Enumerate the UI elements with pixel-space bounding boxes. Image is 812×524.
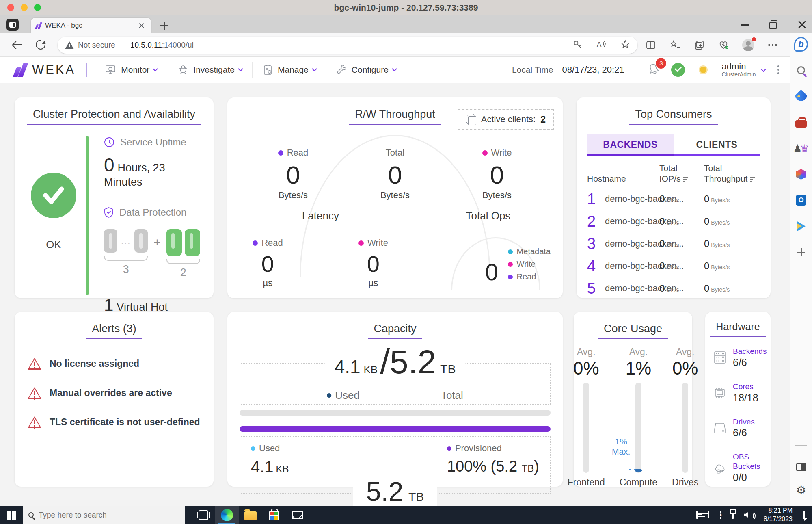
consumer-row[interactable]: 3 demo-bgc-backen... 0OP/s 0Bytes/s [587,233,760,255]
ssd-used-dot-icon [251,446,255,451]
hardware-obs-buckets[interactable]: OBS Buckets 0/0 [705,446,771,490]
security-label[interactable]: Not secure [78,41,115,50]
sidebar-drop-button[interactable] [794,219,808,233]
tab-clients[interactable]: CLIENTS [674,134,760,154]
consumer-row[interactable]: 5 demo-bgc-backen... 0OP/s 0Bytes/s [587,277,760,300]
drives-label: Drives [672,477,698,488]
sidebar-shopping-button[interactable] [794,89,808,103]
profile-avatar[interactable] [741,38,755,52]
compute-avg-value: 1% [626,358,652,379]
nav-item-investigate[interactable]: Investigate [167,62,253,78]
nav-item-manage[interactable]: Manage [253,62,326,78]
sort-icon[interactable] [750,177,755,182]
alert-item[interactable]: Manual overrides are active [27,379,201,408]
sidebar-divider [795,445,807,446]
sort-icon[interactable] [683,177,688,182]
remote-titlebar: bgc-win10-jump - 20.127.59.73:3389 [0,0,812,15]
tab-backends[interactable]: BACKENDS [587,134,674,154]
svg-text:A: A [597,41,602,48]
sidebar-panel-toggle[interactable] [794,460,808,474]
cores-label: Cores [733,382,758,392]
mail-button[interactable] [286,506,309,524]
sidebar-tools-button[interactable] [794,115,808,129]
alert-item[interactable]: TLS certificate is not user-defined [27,408,201,437]
col-total-iops[interactable]: Total IOP/s [659,163,704,184]
nav-item-monitor[interactable]: Monitor [95,62,167,78]
reload-icon[interactable] [34,38,48,52]
weka-brand[interactable]: WEKA [15,63,76,77]
hardware-backends[interactable]: Backends 6/6 [705,340,771,375]
tray-cast-button[interactable] [720,511,721,519]
edge-icon [221,509,233,521]
throughput-card-title: R/W Throughput [349,108,441,125]
total-ops-value: 0 [485,258,498,286]
edge-taskbar-button[interactable] [215,506,239,524]
new-tab-button[interactable] [159,20,170,31]
theme-sun-icon[interactable] [697,64,709,76]
legend-metadata: Metadata [517,247,551,256]
tray-expand-button[interactable] [708,511,709,519]
tray-volume-button[interactable] [744,511,753,519]
hardware-cores[interactable]: Cores 18/18 [705,375,771,411]
read-aloud-icon[interactable]: A [596,39,607,51]
tray-network-button[interactable] [732,511,734,519]
row-iops: 0 [659,238,665,249]
write-dot-icon [508,262,513,267]
task-view-button[interactable] [192,506,215,524]
active-clients-box[interactable]: Active clients: 2 [458,109,554,130]
total-value: 0 [388,160,402,189]
start-button[interactable] [0,506,23,524]
sidebar-games-button[interactable]: ♟♛ [794,141,808,155]
col-total-throughput[interactable]: Total Throughput [704,163,760,184]
user-role: ClusterAdmin [721,71,756,78]
nav-item-configure[interactable]: Configure [326,62,406,78]
consumer-row[interactable]: 4 demo-bgc-backen... 0OP/s 0Bytes/s [587,255,760,277]
back-icon[interactable] [12,40,23,50]
favorites-bar-icon[interactable] [668,38,682,52]
password-key-icon[interactable] [572,39,582,51]
file-explorer-button[interactable] [239,506,262,524]
active-clients-value: 2 [540,114,546,125]
user-menu[interactable]: admin ClusterAdmin [721,62,756,78]
sidebar-settings-button[interactable]: ⚙ [796,485,806,496]
browser-tab[interactable]: WEKA - bgc [31,18,151,33]
row-hostname: demo-bgc-backen... [605,261,659,271]
sidebar-outlook-button[interactable]: O [794,193,808,207]
consumer-row[interactable]: 1 demo-bgc-backen... 0OP/s 0Bytes/s [587,188,760,210]
server-rack-icon [712,349,728,366]
notifications-button[interactable]: 3 [647,62,661,78]
settings-more-icon[interactable] [766,38,780,52]
taskbar-search[interactable] [23,506,185,524]
tab-close-icon[interactable] [137,21,146,30]
browser-essentials-icon[interactable] [717,38,731,52]
write-dot-icon [358,240,364,246]
consumer-row[interactable]: 2 demo-bgc-backen... 0OP/s 0Bytes/s [587,210,760,233]
data-count: 3 [104,263,148,276]
store-button[interactable] [262,506,286,524]
taskbar-clock[interactable]: 8:21 PM 8/17/2023 [764,507,793,524]
action-center-button[interactable] [803,511,805,519]
copilot-button[interactable]: b [794,37,808,51]
weka-logo-icon [15,63,26,77]
search-input[interactable] [39,511,179,520]
sidebar-search-button[interactable] [794,63,808,77]
hardware-drives[interactable]: Drives 6/6 [705,411,771,446]
cluster-ok-icon[interactable] [671,63,685,77]
sidebar-m365-button[interactable] [794,167,808,181]
user-chevron-icon[interactable] [761,67,766,72]
collections-icon[interactable] [693,38,706,52]
restore-icon[interactable] [769,20,778,29]
shopping-tag-icon [794,89,808,103]
nav-label: Manage [278,65,309,75]
close-icon[interactable] [797,20,806,29]
split-screen-icon[interactable] [644,38,658,52]
address-bar[interactable]: Not secure 10.5.0.11 :14000/ui A [58,37,637,54]
sidebar-add-button[interactable] [794,245,808,259]
favorite-star-icon[interactable] [620,39,630,51]
ssd-total-unit: TB [408,490,424,503]
widgets-button[interactable] [696,511,698,519]
alert-item[interactable]: No license assigned [27,350,201,379]
workspaces-button[interactable] [6,19,19,31]
minimize-icon[interactable] [741,20,749,29]
more-menu-icon[interactable] [777,65,780,74]
